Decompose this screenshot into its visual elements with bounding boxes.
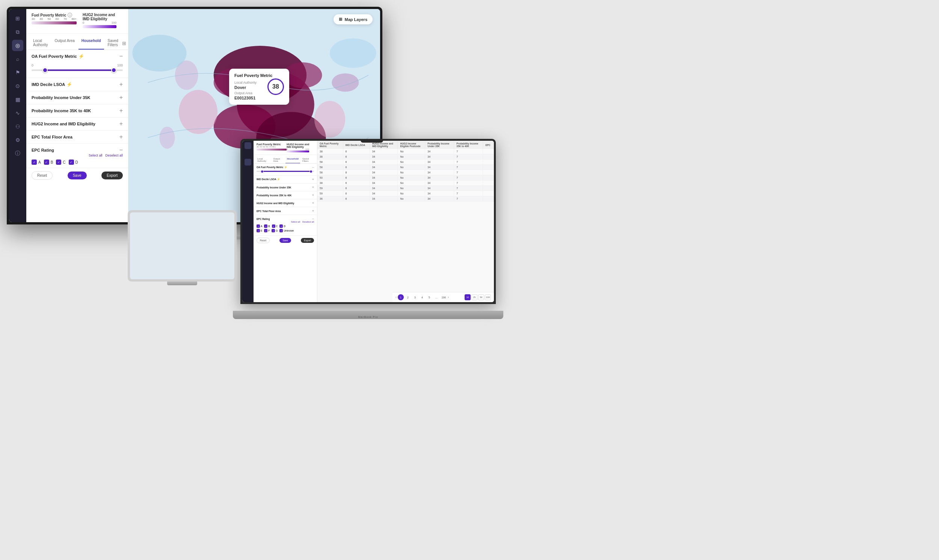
checkbox-b[interactable]: ✓ xyxy=(44,160,49,165)
export-button[interactable]: Export xyxy=(102,172,123,179)
tab-saved-filters[interactable]: SavedFilters xyxy=(105,37,121,49)
laptop-section-header-prob35k[interactable]: Probability Income Under 35K + xyxy=(256,185,314,189)
next-page-btn[interactable]: › xyxy=(448,295,449,299)
section-header-epc-floor[interactable]: EPC Total Floor Area + xyxy=(32,134,123,140)
sidebar-icon-search[interactable]: ⌕ xyxy=(12,53,23,65)
page-size-50[interactable]: 50 xyxy=(478,294,484,300)
section-header-imd[interactable]: IMD Decile LSOA ⚡ + xyxy=(32,81,123,88)
section-header-epc-rating[interactable]: EPC Rating − xyxy=(32,147,123,154)
page-size-10[interactable]: 10 xyxy=(465,294,470,300)
section-toggle-35-40k[interactable]: + xyxy=(119,107,123,114)
legend-info-icon[interactable]: i xyxy=(68,13,72,17)
epc-checkbox-a[interactable]: ✓ A xyxy=(32,160,41,165)
laptop-select-all[interactable]: Select all xyxy=(291,221,300,223)
laptop-toggle-prob35-40k[interactable]: + xyxy=(312,193,314,197)
reset-button[interactable]: Reset xyxy=(32,171,52,180)
sidebar-icon-person[interactable]: ⊙ xyxy=(12,80,23,92)
page-btn-5[interactable]: 5 xyxy=(426,294,432,300)
laptop-save-button[interactable]: Save xyxy=(279,238,291,243)
laptop-sidebar-icon-2[interactable] xyxy=(245,151,251,157)
laptop-tab-household[interactable]: Household xyxy=(285,157,300,163)
section-toggle-35k[interactable]: + xyxy=(119,94,123,101)
range-track-fuel[interactable] xyxy=(32,69,123,71)
laptop-section-header-imd[interactable]: IMD Decile LSOA ⚡ + xyxy=(256,177,314,181)
tab-local-authority[interactable]: LocalAuthority xyxy=(30,37,51,49)
laptop-tab-output[interactable]: Output Area xyxy=(272,157,285,163)
select-all-btn[interactable]: Select all xyxy=(89,154,103,157)
laptop-checkbox-d[interactable]: ✓D xyxy=(279,225,285,228)
table-container[interactable]: OA Fuel PovertyMetric IMD Decile LSOA HU… xyxy=(318,141,494,294)
page-size-100[interactable]: 100 xyxy=(485,294,491,300)
laptop-sidebar-icon-1[interactable] xyxy=(245,142,251,149)
laptop-toggle-hug2[interactable]: + xyxy=(312,201,314,205)
page-btn-198[interactable]: 198 xyxy=(441,294,447,300)
laptop-section-header-fuel[interactable]: OA Fuel Poverty Metric ⚡ − xyxy=(256,166,314,169)
checkbox-d[interactable]: ✓ xyxy=(69,160,74,165)
deselect-all-btn[interactable]: Deselect all xyxy=(105,154,123,157)
section-toggle-imd[interactable]: + xyxy=(119,81,123,88)
laptop-checkbox-g[interactable]: ✓G xyxy=(271,229,278,232)
laptop-thumb-right-fuel[interactable] xyxy=(310,170,313,173)
lf-cb-unknown[interactable]: ✓ xyxy=(279,229,283,232)
laptop-export-button[interactable]: Export xyxy=(301,238,314,243)
laptop-checkbox-f[interactable]: ✓F xyxy=(264,229,270,232)
lf-cb-d[interactable]: ✓ xyxy=(279,225,283,228)
laptop-thumb-left-fuel[interactable] xyxy=(261,170,264,173)
page-size-25[interactable]: 25 xyxy=(471,294,477,300)
sidebar-icon-info[interactable]: ⓘ xyxy=(12,148,23,159)
tab-household[interactable]: Household xyxy=(79,37,104,49)
laptop-checkbox-e[interactable]: ✓E xyxy=(256,229,262,232)
laptop-toggle-fuel[interactable]: − xyxy=(312,166,314,169)
sidebar-icon-line[interactable]: ∿ xyxy=(12,107,23,118)
sidebar-icon-flag[interactable]: ⚑ xyxy=(12,67,23,78)
section-toggle-fuel[interactable]: − xyxy=(119,53,123,60)
epc-checkbox-d[interactable]: ✓ D xyxy=(69,160,78,165)
epc-checkbox-c[interactable]: ✓ C xyxy=(56,160,65,165)
section-header-fuel[interactable]: OA Fuel Poverty Metric ⚡ − xyxy=(32,53,123,60)
lf-cb-g[interactable]: ✓ xyxy=(271,229,275,232)
sidebar-icon-chart[interactable]: ▦ xyxy=(12,94,23,105)
laptop-section-header-prob35-40k[interactable]: Probability Income 35K to 40K + xyxy=(256,193,314,197)
section-toggle-epc-floor[interactable]: + xyxy=(119,134,123,140)
laptop-section-header-epc-rating[interactable]: EPC Rating − xyxy=(256,217,314,221)
sidebar-icon-gear[interactable]: ⚙ xyxy=(12,134,23,146)
page-btn-4[interactable]: 4 xyxy=(419,294,425,300)
epc-checkbox-b[interactable]: ✓ B xyxy=(44,160,53,165)
map-icon[interactable]: ⊞ xyxy=(122,40,126,46)
section-header-hug2[interactable]: HUG2 Income and IMD Eligibility + xyxy=(32,120,123,127)
lf-cb-a[interactable]: ✓ xyxy=(256,225,260,228)
laptop-checkbox-a[interactable]: ✓A xyxy=(256,225,262,228)
sidebar-icon-grid[interactable]: ⊞ xyxy=(12,13,23,24)
page-btn-1[interactable]: 1 xyxy=(398,294,404,300)
laptop-checkbox-c[interactable]: ✓C xyxy=(272,225,278,228)
sidebar-icon-globe[interactable]: ◎ xyxy=(12,40,23,51)
checkbox-a[interactable]: ✓ xyxy=(32,160,37,165)
laptop-tab-saved[interactable]: Saved Filters xyxy=(301,157,315,163)
page-btn-3[interactable]: 3 xyxy=(412,294,418,300)
lf-cb-b[interactable]: ✓ xyxy=(264,225,267,228)
section-toggle-hug2[interactable]: + xyxy=(119,120,123,127)
lf-cb-c[interactable]: ✓ xyxy=(272,225,275,228)
sidebar-icon-users[interactable]: ⚇ xyxy=(12,121,23,132)
section-toggle-epc-rating[interactable]: − xyxy=(119,147,123,154)
section-header-35-40k[interactable]: Probability Income 35K to 40K + xyxy=(32,107,123,114)
laptop-tab-local[interactable]: Local Authority xyxy=(256,157,271,163)
laptop-section-header-hug2[interactable]: HUG2 Income and IMD Eligibility + xyxy=(256,201,314,205)
tab-output-area[interactable]: Output Area xyxy=(51,37,77,49)
page-btn-2[interactable]: 2 xyxy=(405,294,411,300)
range-thumb-left-fuel[interactable] xyxy=(42,68,48,73)
laptop-toggle-epc-rating[interactable]: − xyxy=(312,217,314,221)
lf-cb-f[interactable]: ✓ xyxy=(264,229,267,232)
laptop-toggle-prob35k[interactable]: + xyxy=(312,185,314,189)
lf-cb-e[interactable]: ✓ xyxy=(256,229,260,232)
laptop-toggle-imd[interactable]: + xyxy=(312,177,314,181)
sidebar-icon-layers[interactable]: ⧉ xyxy=(12,26,23,37)
laptop-deselect-all[interactable]: Deselect all xyxy=(302,221,314,223)
laptop-section-header-epc-floor[interactable]: EPC Total Floor Area + xyxy=(256,209,314,213)
laptop-sidebar-icon-3[interactable] xyxy=(245,159,251,166)
laptop-toggle-epc-floor[interactable]: + xyxy=(312,209,314,213)
range-thumb-right-fuel[interactable] xyxy=(111,68,116,73)
laptop-checkbox-b[interactable]: ✓B xyxy=(264,225,270,228)
section-header-35k[interactable]: Probability Income Under 35K + xyxy=(32,94,123,101)
laptop-range-fuel[interactable] xyxy=(256,171,314,172)
